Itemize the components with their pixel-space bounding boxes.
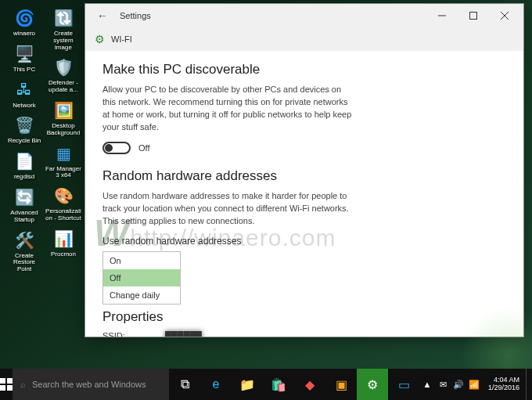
desktop-icon-label: Create Restore Point (6, 253, 42, 273)
taskbar-app-app-red[interactable]: ◆ (294, 369, 325, 400)
desktop-icon-glyph: 🛡️ (52, 56, 75, 79)
random-hw-heading: Random hardware addresses (102, 168, 506, 184)
taskbar-app-edge[interactable]: e (200, 369, 232, 400)
page-header: ⚙ WI-FI (85, 27, 523, 51)
desktop-icon-glyph: 🔃 (52, 6, 75, 30)
property-row: SSID:██████ (102, 331, 506, 337)
svg-rect-5 (7, 378, 13, 384)
discoverable-desc: Allow your PC to be discoverable by othe… (102, 84, 353, 134)
start-button[interactable] (0, 369, 13, 400)
desktop-icon-label: regdisd (14, 174, 34, 181)
desktop-icon-glyph: 🛠️ (13, 229, 36, 252)
maximize-button[interactable] (458, 4, 489, 27)
desktop-icon-glyph: 🖧 (13, 78, 36, 102)
random-hw-desc: Use random hardware addresses to make it… (102, 190, 353, 228)
taskbar-app-app-blue[interactable]: ▭ (388, 369, 419, 400)
titlebar: ← Settings (85, 4, 523, 27)
dropdown-option[interactable]: On (103, 252, 180, 269)
app-title: Settings (120, 11, 151, 20)
desktop-icon-label: This PC (13, 67, 35, 74)
random-hw-sublabel: Use random hardware addresses (102, 236, 506, 247)
file-explorer-icon: 📁 (239, 377, 255, 392)
settings-content: Make this PC discoverable Allow your PC … (85, 51, 523, 337)
property-key: SSID: (102, 331, 165, 337)
app-red-icon: ◆ (305, 377, 315, 392)
show-desktop-button[interactable] (526, 369, 530, 400)
desktop-icon[interactable]: 🔃Create system image (45, 5, 81, 52)
desktop-icon-glyph: 🔄 (13, 186, 36, 209)
app-orange-icon: ▣ (336, 377, 347, 392)
close-button[interactable] (489, 4, 520, 27)
taskbar-app-task-view[interactable]: ⧉ (169, 369, 200, 400)
search-input[interactable]: ⌕ Search the web and Windows (13, 369, 169, 400)
property-value: ██████ (165, 331, 202, 337)
toggle-label: Off (138, 143, 149, 153)
desktop-icon-glyph: 🖼️ (52, 99, 75, 122)
desktop-icon-glyph: 🎨 (52, 184, 75, 207)
desktop-icon-glyph: 🗑️ (13, 114, 36, 137)
tray-icon-1[interactable]: ✉ (435, 380, 451, 390)
taskbar-app-settings[interactable]: ⚙ (357, 369, 388, 400)
desktop-icon-glyph: 📄 (13, 150, 36, 173)
desktop-icon[interactable]: 📄regdisd (6, 148, 42, 182)
desktop-icon-label: Procmon (51, 251, 76, 258)
task-view-icon: ⧉ (181, 377, 189, 391)
properties-heading: Properties (102, 309, 506, 325)
desktop-icon[interactable]: 🛡️Defender - update a... (45, 54, 81, 95)
desktop-icons: 🌀winaero🖥️This PC🖧Network🗑️Recycle Bin📄r… (6, 5, 81, 275)
desktop-icon-glyph: ▦ (52, 142, 75, 165)
app-blue-icon: ▭ (398, 377, 410, 392)
svg-rect-7 (7, 385, 13, 391)
desktop-icon-glyph: 🖥️ (13, 42, 36, 66)
desktop-icon[interactable]: 🗑️Recycle Bin (6, 112, 42, 146)
desktop-icon-label: Far Manager 3 x64 (45, 166, 81, 180)
page-title: WI-FI (111, 34, 132, 44)
settings-icon: ⚙ (367, 377, 378, 392)
desktop-icon[interactable]: 🎨Personalization - Shortcut (45, 182, 81, 224)
search-placeholder: Search the web and Windows (32, 380, 146, 389)
svg-rect-6 (0, 385, 5, 391)
desktop-icon-label: Recycle Bin (8, 138, 41, 145)
taskbar-app-app-orange[interactable]: ▣ (325, 369, 357, 400)
desktop-icon[interactable]: 🖧Network (6, 77, 42, 111)
desktop-icon-label: Network (13, 103, 35, 110)
discoverable-toggle[interactable]: Off (102, 142, 506, 154)
desktop-icon[interactable]: 🖥️This PC (6, 41, 42, 75)
tray-icon-3[interactable]: 📶 (466, 380, 482, 390)
gear-icon: ⚙ (95, 33, 105, 45)
discoverable-heading: Make this PC discoverable (102, 62, 506, 77)
settings-window: ← Settings ⚙ WI-FI Make this PC discover… (84, 3, 524, 337)
system-tray: ▲✉🔊📶 4:04 AM 1/29/2016 (419, 369, 532, 400)
desktop-icon-label: Create system image (45, 31, 81, 51)
dropdown-option[interactable]: Change daily (103, 286, 180, 304)
dropdown-option[interactable]: Off (103, 269, 180, 286)
desktop-icon[interactable]: 🖼️Desktop Background (45, 97, 81, 139)
store-icon: 🛍️ (271, 377, 286, 392)
desktop-icon-glyph: 🌀 (13, 6, 36, 30)
taskbar-app-file-explorer[interactable]: 📁 (232, 369, 263, 400)
desktop-icon[interactable]: 🛠️Create Restore Point (6, 227, 42, 275)
search-icon: ⌕ (20, 380, 26, 389)
desktop-icon-label: Personalization - Shortcut (45, 208, 81, 222)
clock[interactable]: 4:04 AM 1/29/2016 (482, 377, 526, 392)
back-button[interactable]: ← (93, 9, 112, 22)
desktop-icon-label: winaero (13, 31, 35, 38)
desktop-icon-label: Defender - update a... (45, 80, 81, 94)
desktop-icon[interactable]: ▦Far Manager 3 x64 (45, 140, 81, 182)
tray-icon-0[interactable]: ▲ (419, 380, 435, 390)
desktop-icon[interactable]: 🔄Advanced Startup (6, 184, 42, 225)
tray-icon-2[interactable]: 🔊 (451, 380, 466, 390)
desktop-area[interactable]: 🌀winaero🖥️This PC🖧Network🗑️Recycle Bin📄r… (0, 0, 532, 369)
desktop-icon-glyph: 📊 (52, 227, 75, 250)
edge-icon: e (213, 377, 220, 391)
desktop-icon[interactable]: 🌀winaero (6, 5, 42, 39)
desktop-icon-label: Desktop Background (45, 123, 81, 137)
svg-rect-1 (470, 13, 477, 20)
minimize-button[interactable] (426, 4, 458, 27)
random-hw-dropdown[interactable]: OnOffChange daily (102, 251, 181, 305)
svg-rect-4 (0, 378, 5, 384)
desktop-icon[interactable]: 📊Procmon (45, 225, 81, 260)
desktop-icon-label: Advanced Startup (6, 210, 42, 224)
taskbar: ⌕ Search the web and Windows ⧉e📁🛍️◆▣⚙▭ ▲… (0, 369, 532, 400)
taskbar-app-store[interactable]: 🛍️ (263, 369, 294, 400)
